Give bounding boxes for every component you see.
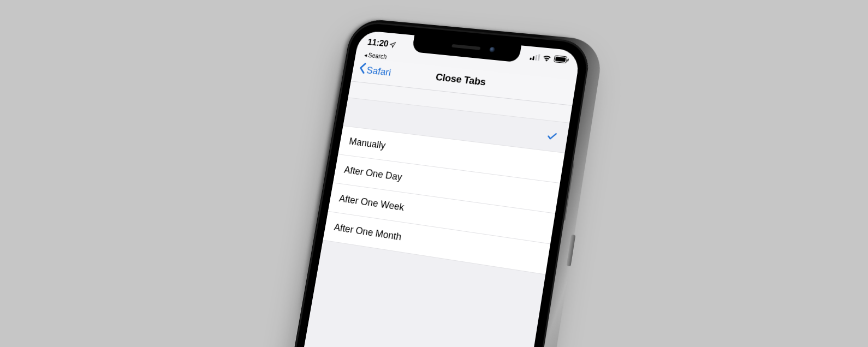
options-list: ManuallyAfter One DayAfter One WeekAfter… bbox=[304, 97, 569, 347]
wifi-icon bbox=[542, 55, 552, 62]
svg-rect-5 bbox=[555, 57, 566, 62]
status-time: 11:20 bbox=[367, 37, 389, 49]
phone-body: 11:20 bbox=[288, 20, 592, 347]
svg-rect-3 bbox=[538, 54, 540, 61]
status-right bbox=[530, 53, 569, 64]
svg-rect-6 bbox=[567, 58, 569, 61]
svg-rect-0 bbox=[530, 57, 532, 59]
svg-rect-2 bbox=[535, 55, 537, 60]
location-icon bbox=[389, 41, 397, 48]
cellular-icon bbox=[530, 53, 540, 60]
option-label: After One Month bbox=[333, 221, 402, 243]
status-left: 11:20 bbox=[367, 37, 397, 50]
svg-rect-1 bbox=[532, 56, 534, 60]
stage: 11:20 bbox=[0, 0, 868, 347]
option-label: After One Day bbox=[343, 164, 403, 183]
battery-icon bbox=[554, 55, 569, 63]
option-label: After One Week bbox=[338, 193, 405, 213]
option-label: Manually bbox=[348, 135, 387, 151]
nav-back-label: Safari bbox=[366, 64, 392, 78]
checkmark-icon bbox=[546, 130, 558, 142]
